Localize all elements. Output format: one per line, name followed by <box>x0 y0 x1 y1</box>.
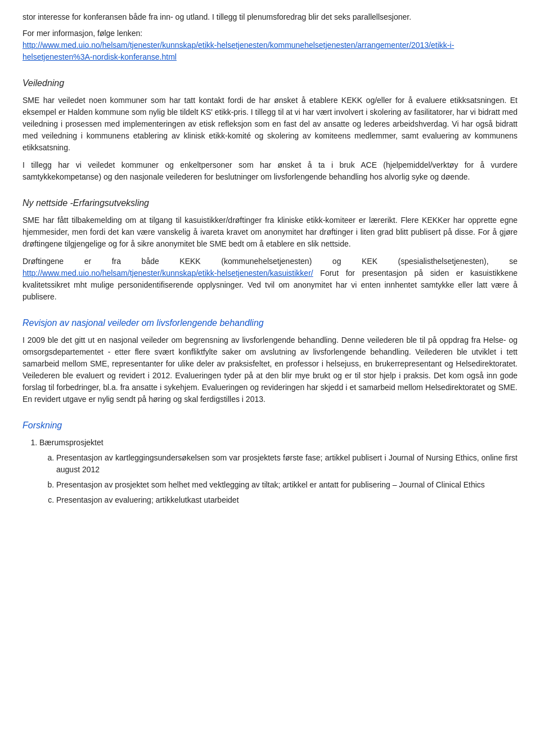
page-content: stor interesse for konferansen både fra … <box>22 11 518 506</box>
revisjon-paragraph-1: I 2009 ble det gitt ut en nasjonal veile… <box>22 334 518 405</box>
forskning-list-item: BærumsprosjektetPresentasjon av kartlegg… <box>39 437 518 506</box>
veiledning-paragraph-2: I tillegg har vi veiledet kommuner og en… <box>22 159 518 183</box>
forskning-sub-list-item: Presentasjon av kartleggingsundersøkelse… <box>56 452 518 476</box>
forskning-sub-list: Presentasjon av kartleggingsundersøkelse… <box>56 452 518 506</box>
forskning-item-label: Bærumsprosjektet <box>39 438 104 447</box>
veiledning-heading: Veiledning <box>22 77 518 90</box>
ny-nettside-heading: Ny nettside -Erfaringsutveksling <box>22 196 518 210</box>
conference-link[interactable]: http://www.med.uio.no/helsam/tjenester/k… <box>22 41 454 61</box>
intro-paragraph-1: stor interesse for konferansen både fra … <box>22 11 518 23</box>
forskning-heading: Forskning <box>22 419 518 432</box>
revisjon-heading: Revisjon av nasjonal veileder om livsfor… <box>22 316 518 330</box>
forskning-sub-list-item: Presentasjon av prosjektet som helhet me… <box>56 479 518 491</box>
intro-link-label: For mer informasjon, følge lenken: <box>22 29 142 38</box>
ny-nettside-paragraph-1: SME har fått tilbakemelding om at tilgan… <box>22 214 518 250</box>
intro-paragraph-2: For mer informasjon, følge lenken: http:… <box>22 28 518 63</box>
veiledning-paragraph-1: SME har veiledet noen kommuner som har t… <box>22 95 518 154</box>
kasuistikker-link[interactable]: http://www.med.uio.no/helsam/tjenester/k… <box>22 269 313 278</box>
ny-nettside-paragraph-2: Drøftingene er fra både KEKK (kommunehel… <box>22 256 518 303</box>
ny-nettside-p2-before-link: Drøftingene er fra både KEKK (kommunehel… <box>22 257 518 266</box>
forskning-list: BærumsprosjektetPresentasjon av kartlegg… <box>39 437 518 506</box>
forskning-sub-list-item: Presentasjon av evaluering; artikkelutka… <box>56 494 518 506</box>
